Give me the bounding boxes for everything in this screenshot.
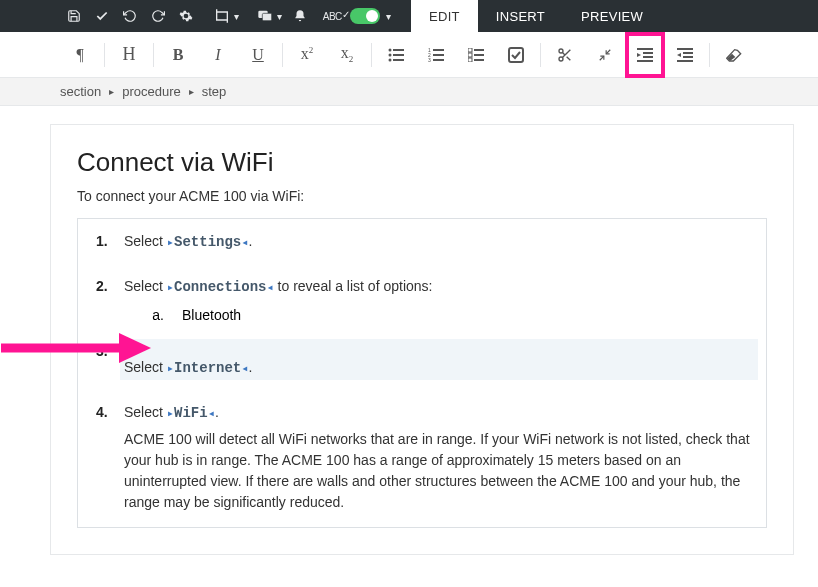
- step-number: 3.: [90, 343, 124, 359]
- svg-rect-13: [433, 59, 444, 61]
- crumb-sep-icon: ▸: [109, 86, 114, 97]
- outdent-button[interactable]: [665, 32, 705, 78]
- superscript-button[interactable]: x2: [287, 32, 327, 78]
- uicontrol: Internet: [167, 360, 249, 376]
- substep-a[interactable]: a. Bluetooth: [78, 301, 766, 329]
- svg-rect-20: [509, 48, 523, 62]
- svg-rect-30: [643, 52, 653, 54]
- comment-caret[interactable]: ▾: [277, 11, 282, 22]
- svg-point-2: [389, 48, 392, 51]
- svg-rect-37: [677, 60, 693, 62]
- svg-text:3: 3: [428, 57, 431, 62]
- step-1[interactable]: 1. Select Settings.: [78, 219, 766, 264]
- ulist-button[interactable]: [376, 32, 416, 78]
- step-text: Select: [124, 278, 167, 294]
- editor-canvas: Connect via WiFi To connect your ACME 10…: [0, 106, 818, 573]
- save-icon[interactable]: [60, 0, 88, 32]
- svg-marker-29: [637, 53, 641, 57]
- svg-rect-1: [262, 13, 271, 20]
- svg-point-21: [559, 49, 563, 53]
- crumb-step[interactable]: step: [202, 84, 227, 99]
- spellcheck-caret[interactable]: ▾: [386, 11, 391, 22]
- svg-rect-11: [433, 54, 444, 56]
- svg-line-26: [606, 49, 610, 53]
- top-toolbar: ▾ ▾ ABC✓ ▾ EDIT INSERT PREVIEW: [0, 0, 818, 32]
- crop-caret[interactable]: ▾: [234, 11, 239, 22]
- svg-rect-16: [468, 53, 472, 57]
- svg-point-6: [389, 58, 392, 61]
- step-number: 2.: [90, 278, 124, 294]
- heading-button[interactable]: H: [109, 32, 149, 78]
- step-text: Select: [124, 233, 167, 249]
- bold-button[interactable]: B: [158, 32, 198, 78]
- spellcheck-toggle[interactable]: [350, 8, 380, 24]
- tab-preview[interactable]: PREVIEW: [563, 0, 661, 32]
- document-card: Connect via WiFi To connect your ACME 10…: [50, 124, 794, 555]
- uicontrol: Settings: [167, 234, 249, 250]
- tab-edit[interactable]: EDIT: [411, 0, 478, 32]
- step-text: Select: [124, 359, 167, 375]
- procedure-block: 1. Select Settings. 2. Select Connection…: [77, 218, 767, 528]
- svg-rect-9: [433, 49, 444, 51]
- svg-rect-17: [474, 54, 484, 56]
- uicontrol: Connections: [167, 279, 274, 295]
- svg-rect-7: [393, 59, 404, 61]
- svg-rect-14: [468, 48, 472, 52]
- checkbox-button[interactable]: [496, 32, 536, 78]
- uicontrol: WiFi: [167, 405, 215, 421]
- svg-rect-32: [637, 60, 653, 62]
- svg-line-24: [567, 56, 571, 60]
- underline-button[interactable]: U: [238, 32, 278, 78]
- svg-line-25: [562, 52, 565, 55]
- crumb-procedure[interactable]: procedure: [122, 84, 181, 99]
- step-2[interactable]: 2. Select Connections to reveal a list o…: [78, 264, 766, 301]
- step-text: .: [215, 404, 219, 420]
- svg-rect-31: [643, 56, 653, 58]
- olist-button[interactable]: 123: [416, 32, 456, 78]
- step-text: .: [249, 359, 253, 375]
- spellcheck-icon[interactable]: ABC✓: [322, 0, 350, 32]
- pilcrow-button[interactable]: ¶: [60, 32, 100, 78]
- step-text: Select: [124, 404, 167, 420]
- page-title: Connect via WiFi: [77, 147, 767, 178]
- step-4[interactable]: 4. Select WiFi. ACME 100 will detect all…: [78, 390, 766, 527]
- step-number: 1.: [90, 233, 124, 249]
- bell-icon[interactable]: [286, 0, 314, 32]
- tasklist-button[interactable]: [456, 32, 496, 78]
- svg-point-22: [559, 57, 563, 61]
- comment-icon[interactable]: [251, 0, 279, 32]
- collapse-button[interactable]: [585, 32, 625, 78]
- subscript-button[interactable]: x2: [327, 32, 367, 78]
- svg-rect-36: [683, 56, 693, 58]
- svg-point-4: [389, 53, 392, 56]
- step-text: to reveal a list of options:: [274, 278, 433, 294]
- crumb-section[interactable]: section: [60, 84, 101, 99]
- svg-rect-3: [393, 49, 404, 51]
- svg-rect-35: [683, 52, 693, 54]
- step-3[interactable]: 3. |Select Internet.: [78, 329, 766, 390]
- svg-rect-5: [393, 54, 404, 56]
- redo-icon[interactable]: [144, 0, 172, 32]
- step-description: ACME 100 will detect all WiFi networks t…: [124, 429, 754, 513]
- undo-icon[interactable]: [116, 0, 144, 32]
- step-text: .: [249, 233, 253, 249]
- svg-rect-19: [474, 59, 484, 61]
- eraser-button[interactable]: [714, 32, 754, 78]
- indent-button[interactable]: [625, 32, 665, 78]
- lead-paragraph: To connect your ACME 100 via WiFi:: [77, 188, 767, 204]
- svg-rect-28: [637, 48, 653, 50]
- substep-letter: a.: [138, 307, 182, 323]
- svg-rect-33: [677, 48, 693, 50]
- svg-line-27: [600, 56, 604, 60]
- tab-insert[interactable]: INSERT: [478, 0, 563, 32]
- scissors-button[interactable]: [545, 32, 585, 78]
- svg-marker-34: [677, 53, 681, 57]
- text-cursor: |: [122, 343, 126, 359]
- breadcrumb: section ▸ procedure ▸ step: [0, 78, 818, 106]
- format-toolbar: ¶ H B I U x2 x2 123: [0, 32, 818, 78]
- crop-icon[interactable]: [208, 0, 236, 32]
- gear-icon[interactable]: [172, 0, 200, 32]
- italic-button[interactable]: I: [198, 32, 238, 78]
- svg-rect-18: [468, 58, 472, 62]
- check-icon[interactable]: [88, 0, 116, 32]
